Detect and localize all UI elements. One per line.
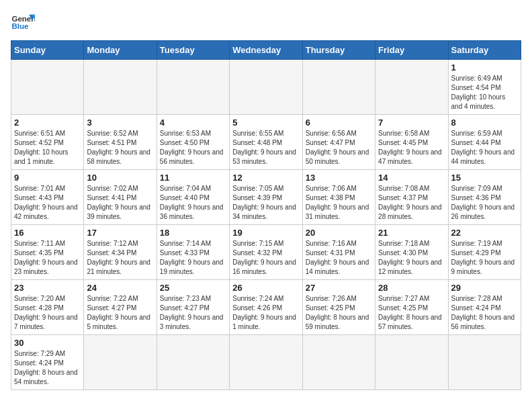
calendar-cell: [230, 335, 302, 390]
calendar-week-row: 23Sunrise: 7:20 AM Sunset: 4:28 PM Dayli…: [11, 280, 521, 335]
day-number: 8: [451, 118, 518, 128]
day-info: Sunrise: 6:56 AM Sunset: 4:47 PM Dayligh…: [306, 129, 372, 167]
day-info: Sunrise: 6:53 AM Sunset: 4:50 PM Dayligh…: [160, 129, 226, 167]
calendar-cell: [448, 335, 521, 390]
day-number: 28: [378, 283, 445, 293]
day-number: 2: [14, 118, 81, 128]
day-info: Sunrise: 6:59 AM Sunset: 4:44 PM Dayligh…: [451, 129, 518, 167]
day-number: 16: [14, 228, 81, 238]
page-header: General Blue: [11, 11, 521, 35]
day-number: 27: [306, 283, 372, 293]
day-number: 3: [87, 118, 153, 128]
calendar-cell: 29Sunrise: 7:28 AM Sunset: 4:24 PM Dayli…: [448, 280, 521, 335]
calendar-cell: 3Sunrise: 6:52 AM Sunset: 4:51 PM Daylig…: [84, 115, 157, 170]
weekday-header-thursday: Thursday: [302, 41, 375, 60]
day-number: 13: [306, 173, 372, 183]
calendar-cell: 25Sunrise: 7:23 AM Sunset: 4:27 PM Dayli…: [157, 280, 229, 335]
calendar-cell: 21Sunrise: 7:18 AM Sunset: 4:30 PM Dayli…: [375, 225, 448, 280]
day-number: 20: [306, 228, 372, 238]
day-number: 22: [451, 228, 518, 238]
calendar-cell: 9Sunrise: 7:01 AM Sunset: 4:43 PM Daylig…: [11, 170, 84, 225]
day-number: 14: [378, 173, 445, 183]
day-info: Sunrise: 7:26 AM Sunset: 4:25 PM Dayligh…: [306, 294, 372, 332]
day-number: 18: [160, 228, 226, 238]
day-number: 5: [232, 118, 299, 128]
day-number: 19: [232, 228, 299, 238]
day-number: 26: [232, 283, 299, 293]
calendar-cell: 30Sunrise: 7:29 AM Sunset: 4:24 PM Dayli…: [11, 335, 84, 390]
day-info: Sunrise: 6:55 AM Sunset: 4:48 PM Dayligh…: [232, 129, 299, 167]
calendar-cell: 12Sunrise: 7:05 AM Sunset: 4:39 PM Dayli…: [230, 170, 302, 225]
day-info: Sunrise: 7:27 AM Sunset: 4:25 PM Dayligh…: [378, 294, 445, 332]
weekday-header-tuesday: Tuesday: [157, 41, 229, 60]
calendar-cell: 14Sunrise: 7:08 AM Sunset: 4:37 PM Dayli…: [375, 170, 448, 225]
day-number: 1: [451, 62, 518, 73]
calendar-cell: 8Sunrise: 6:59 AM Sunset: 4:44 PM Daylig…: [448, 115, 521, 170]
calendar-cell: 27Sunrise: 7:26 AM Sunset: 4:25 PM Dayli…: [302, 280, 375, 335]
day-number: 30: [14, 338, 81, 348]
logo: General Blue: [11, 11, 35, 35]
day-number: 25: [160, 283, 226, 293]
day-info: Sunrise: 7:05 AM Sunset: 4:39 PM Dayligh…: [232, 184, 299, 222]
calendar-cell: 22Sunrise: 7:19 AM Sunset: 4:29 PM Dayli…: [448, 225, 521, 280]
day-number: 29: [451, 283, 518, 293]
calendar-cell: 13Sunrise: 7:06 AM Sunset: 4:38 PM Dayli…: [302, 170, 375, 225]
day-info: Sunrise: 7:18 AM Sunset: 4:30 PM Dayligh…: [378, 239, 445, 277]
day-number: 9: [14, 173, 81, 183]
day-info: Sunrise: 6:52 AM Sunset: 4:51 PM Dayligh…: [87, 129, 153, 167]
calendar-cell: 24Sunrise: 7:22 AM Sunset: 4:27 PM Dayli…: [84, 280, 157, 335]
calendar-week-row: 16Sunrise: 7:11 AM Sunset: 4:35 PM Dayli…: [11, 225, 521, 280]
day-info: Sunrise: 7:23 AM Sunset: 4:27 PM Dayligh…: [160, 294, 226, 332]
weekday-header-monday: Monday: [84, 41, 157, 60]
day-info: Sunrise: 7:16 AM Sunset: 4:31 PM Dayligh…: [306, 239, 372, 277]
day-number: 7: [378, 118, 445, 128]
day-info: Sunrise: 7:11 AM Sunset: 4:35 PM Dayligh…: [14, 239, 81, 277]
calendar-cell: [302, 60, 375, 115]
day-info: Sunrise: 7:22 AM Sunset: 4:27 PM Dayligh…: [87, 294, 153, 332]
day-info: Sunrise: 7:09 AM Sunset: 4:36 PM Dayligh…: [451, 184, 518, 222]
calendar-cell: 2Sunrise: 6:51 AM Sunset: 4:52 PM Daylig…: [11, 115, 84, 170]
calendar-cell: 19Sunrise: 7:15 AM Sunset: 4:32 PM Dayli…: [230, 225, 302, 280]
weekday-header-row: SundayMondayTuesdayWednesdayThursdayFrid…: [11, 41, 521, 60]
day-info: Sunrise: 7:12 AM Sunset: 4:34 PM Dayligh…: [87, 239, 153, 277]
calendar-cell: [302, 335, 375, 390]
calendar-cell: 5Sunrise: 6:55 AM Sunset: 4:48 PM Daylig…: [230, 115, 302, 170]
day-info: Sunrise: 7:02 AM Sunset: 4:41 PM Dayligh…: [87, 184, 153, 222]
svg-text:Blue: Blue: [11, 22, 29, 30]
calendar-cell: 6Sunrise: 6:56 AM Sunset: 4:47 PM Daylig…: [302, 115, 375, 170]
day-number: 11: [160, 173, 226, 183]
logo-icon: General Blue: [11, 11, 35, 35]
calendar-cell: [157, 60, 229, 115]
calendar-cell: 16Sunrise: 7:11 AM Sunset: 4:35 PM Dayli…: [11, 225, 84, 280]
calendar-week-row: 30Sunrise: 7:29 AM Sunset: 4:24 PM Dayli…: [11, 335, 521, 390]
calendar-cell: [157, 335, 229, 390]
calendar-cell: 15Sunrise: 7:09 AM Sunset: 4:36 PM Dayli…: [448, 170, 521, 225]
day-number: 12: [232, 173, 299, 183]
day-number: 10: [87, 173, 153, 183]
calendar-week-row: 2Sunrise: 6:51 AM Sunset: 4:52 PM Daylig…: [11, 115, 521, 170]
calendar-cell: 28Sunrise: 7:27 AM Sunset: 4:25 PM Dayli…: [375, 280, 448, 335]
day-info: Sunrise: 7:06 AM Sunset: 4:38 PM Dayligh…: [306, 184, 372, 222]
day-info: Sunrise: 7:20 AM Sunset: 4:28 PM Dayligh…: [14, 294, 81, 332]
calendar-week-row: 9Sunrise: 7:01 AM Sunset: 4:43 PM Daylig…: [11, 170, 521, 225]
calendar-cell: 20Sunrise: 7:16 AM Sunset: 4:31 PM Dayli…: [302, 225, 375, 280]
day-info: Sunrise: 7:29 AM Sunset: 4:24 PM Dayligh…: [14, 349, 81, 387]
calendar-cell: [84, 335, 157, 390]
weekday-header-sunday: Sunday: [11, 41, 84, 60]
calendar-cell: 26Sunrise: 7:24 AM Sunset: 4:26 PM Dayli…: [230, 280, 302, 335]
day-info: Sunrise: 7:01 AM Sunset: 4:43 PM Dayligh…: [14, 184, 81, 222]
weekday-header-wednesday: Wednesday: [230, 41, 302, 60]
calendar-cell: 23Sunrise: 7:20 AM Sunset: 4:28 PM Dayli…: [11, 280, 84, 335]
day-info: Sunrise: 6:58 AM Sunset: 4:45 PM Dayligh…: [378, 129, 445, 167]
day-info: Sunrise: 6:49 AM Sunset: 4:54 PM Dayligh…: [451, 74, 518, 111]
day-number: 24: [87, 283, 153, 293]
calendar-cell: 1Sunrise: 6:49 AM Sunset: 4:54 PM Daylig…: [448, 60, 521, 115]
day-info: Sunrise: 7:19 AM Sunset: 4:29 PM Dayligh…: [451, 239, 518, 277]
calendar-cell: 17Sunrise: 7:12 AM Sunset: 4:34 PM Dayli…: [84, 225, 157, 280]
day-number: 6: [306, 118, 372, 128]
calendar-week-row: 1Sunrise: 6:49 AM Sunset: 4:54 PM Daylig…: [11, 60, 521, 115]
day-number: 4: [160, 118, 226, 128]
calendar-cell: 7Sunrise: 6:58 AM Sunset: 4:45 PM Daylig…: [375, 115, 448, 170]
day-info: Sunrise: 7:14 AM Sunset: 4:33 PM Dayligh…: [160, 239, 226, 277]
day-info: Sunrise: 7:28 AM Sunset: 4:24 PM Dayligh…: [451, 294, 518, 332]
